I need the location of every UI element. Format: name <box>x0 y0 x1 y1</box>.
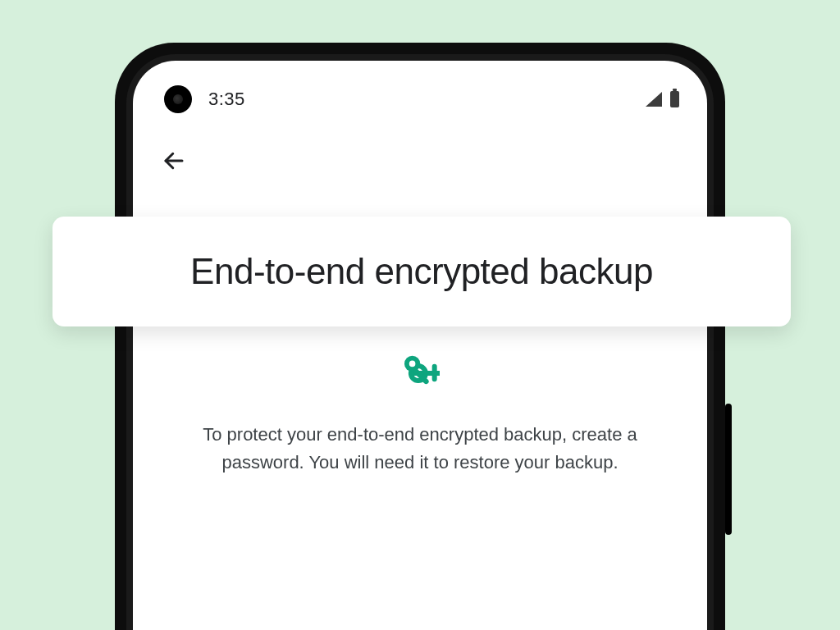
phone-frame: 3:35 <box>115 43 725 630</box>
status-time: 3:35 <box>208 89 245 110</box>
back-button[interactable] <box>156 143 192 179</box>
status-right <box>646 91 679 107</box>
key-icon <box>400 352 440 395</box>
svg-point-2 <box>409 361 416 368</box>
signal-icon <box>646 92 662 107</box>
title-card: End-to-end encrypted backup <box>52 217 791 326</box>
content-area: To protect your end-to-end encrypted bac… <box>133 352 707 477</box>
phone-frame-inner: 3:35 <box>126 54 714 630</box>
status-bar: 3:35 <box>133 85 707 113</box>
app-bar <box>133 131 707 190</box>
phone-side-button <box>725 404 732 535</box>
phone-screen: 3:35 <box>133 61 707 630</box>
page-title: End-to-end encrypted backup <box>92 251 751 292</box>
battery-icon <box>670 91 679 107</box>
description-text: To protect your end-to-end encrypted bac… <box>192 421 648 477</box>
stage: 3:35 <box>0 0 840 630</box>
arrow-left-icon <box>162 148 186 173</box>
